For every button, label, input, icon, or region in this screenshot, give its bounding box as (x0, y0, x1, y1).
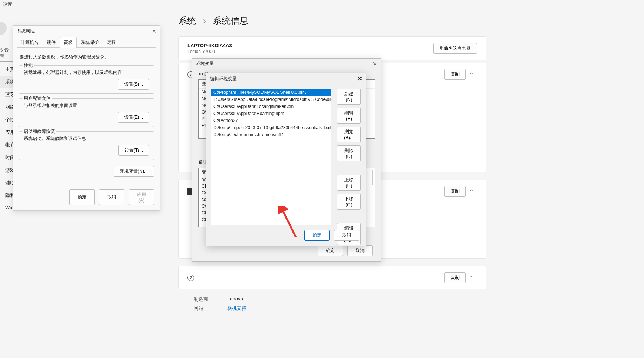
device-card: LAPTOP-4KDIA4A3 Legion Y7000 重命名这台电脑 (178, 36, 486, 60)
tab-computer-name[interactable]: 计算机名 (17, 37, 43, 47)
path-item[interactable]: D:\temp\ai\chromium\chrome-win64 (211, 131, 331, 138)
manufacturer-label: 制造商 (194, 296, 227, 303)
startup-group: 启动和故障恢复 系统启动、系统故障和调试信息 设置(T)... (19, 131, 154, 160)
help-icon: ? (187, 275, 194, 281)
path-list[interactable]: C:\Program Files\MySQL\MySQL Shell 8.0\b… (211, 89, 331, 225)
move-down-button[interactable]: 下移(O) (337, 194, 361, 210)
breadcrumb-sep: › (203, 16, 206, 26)
edit-env-dialog: 编辑环境变量 ✕ C:\Program Files\MySQL\MySQL Sh… (206, 73, 366, 246)
performance-group: 性能 视觉效果，处理器计划，内存使用，以及虚拟内存 设置(S)... (19, 65, 154, 94)
ok-button[interactable]: 确定 (318, 245, 343, 256)
breadcrumb-about: 系统信息 (213, 16, 248, 26)
delete-button[interactable]: 删除(D) (337, 145, 361, 161)
manufacturer-row: 制造商 Lenovo (178, 296, 644, 303)
copy-button[interactable]: 复制 (444, 69, 466, 80)
profile-group: 用户配置文件 与登录帐户相关的桌面设置 设置(E)... (19, 98, 154, 127)
path-item[interactable]: D:\temp\ffmpeg-2023-07-13-git-9a2335444b… (211, 124, 331, 131)
path-item[interactable]: C:\Program Files\MySQL\MySQL Shell 8.0\b… (211, 89, 331, 96)
copy-button-3[interactable]: 复制 (444, 272, 466, 283)
side-buttons: 新建(N) 编辑(E) 浏览(B)... 删除(D) 上移(U) 下移(O) 编… (337, 89, 361, 245)
tab-remote[interactable]: 远程 (103, 37, 120, 47)
app-title: 设置 (3, 1, 12, 8)
scrollbar[interactable] (372, 170, 373, 185)
tab-advanced[interactable]: 高级 (60, 37, 77, 48)
close-icon[interactable]: ✕ (357, 75, 362, 82)
performance-desc: 视觉效果，处理器计划，内存使用，以及虚拟内存 (24, 69, 149, 76)
chevron-up-icon[interactable]: ⌃ (466, 188, 477, 194)
path-item[interactable]: F:\Users\xu\AppData\Local\Programs\Micro… (211, 96, 331, 103)
ok-button[interactable]: 确定 (69, 189, 95, 205)
avatar[interactable] (0, 22, 7, 35)
chevron-up-icon[interactable]: ⌃ (466, 275, 477, 281)
copy-button-2[interactable]: 复制 (444, 186, 466, 197)
new-button[interactable]: 新建(N) (337, 89, 361, 105)
tab-hardware[interactable]: 硬件 (43, 37, 60, 47)
move-up-button[interactable]: 上移(U) (337, 175, 361, 191)
tab-protection[interactable]: 系统保护 (77, 37, 103, 47)
envdlg-title: 环境变量 (196, 60, 214, 67)
admin-note: 要进行大多数更改，你必须作为管理员登录。 (19, 52, 154, 65)
env-variables-button[interactable]: 环境变量(N)... (114, 166, 154, 177)
startup-desc: 系统启动、系统故障和调试信息 (24, 135, 149, 142)
manufacturer-value: Lenovo (227, 296, 243, 303)
close-icon[interactable]: ✕ (152, 28, 156, 34)
system-properties-dialog: 系统属性 ✕ 计算机名 硬件 高级 系统保护 远程 要进行大多数更改，你必须作为… (13, 25, 160, 211)
cancel-button[interactable]: 取消 (99, 189, 124, 205)
breadcrumb: 系统 › 系统信息 (178, 15, 644, 27)
performance-settings-button[interactable]: 设置(S)... (118, 79, 149, 90)
edit-button[interactable]: 编辑(E) (337, 108, 361, 124)
profile-desc: 与登录帐户相关的桌面设置 (24, 102, 149, 109)
breadcrumb-system[interactable]: 系统 (178, 16, 196, 26)
device-name: LAPTOP-4KDIA4A3 (187, 43, 232, 48)
sysprops-tabs: 计算机名 硬件 高级 系统保护 远程 (17, 37, 156, 48)
apply-button[interactable]: 应用(A) (129, 189, 154, 205)
sysprops-title: 系统属性 (17, 28, 35, 34)
website-row: 网站 联机支持 (178, 305, 644, 312)
website-label: 网站 (194, 305, 227, 312)
path-item[interactable]: C:\Users\xu\AppData\Roaming\npm (211, 110, 331, 117)
profile-settings-button[interactable]: 设置(E)... (118, 112, 149, 123)
rename-pc-button[interactable]: 重命名这台电脑 (433, 43, 477, 54)
close-icon[interactable]: ✕ (373, 61, 377, 67)
cancel-button[interactable]: 取消 (334, 230, 359, 241)
browse-button[interactable]: 浏览(B)... (337, 127, 361, 142)
support-card: ? 复制 ⌃ (178, 266, 486, 289)
editenv-title: 编辑环境变量 (210, 76, 237, 82)
path-item[interactable]: C:\Python27 (211, 117, 331, 124)
cancel-button[interactable]: 取消 (347, 245, 373, 256)
profile-label: 用户配置文件 (22, 95, 52, 102)
path-item[interactable]: C:\Users\xu\AppData\Local\gitkraken\bin (211, 103, 331, 110)
chevron-up-icon[interactable]: ⌃ (466, 72, 477, 78)
support-link[interactable]: 联机支持 (227, 305, 246, 312)
startup-settings-button[interactable]: 设置(T)... (118, 145, 149, 156)
performance-label: 性能 (22, 62, 34, 69)
ok-button[interactable]: 确定 (304, 230, 330, 241)
device-model: Legion Y7000 (187, 49, 232, 54)
startup-label: 启动和故障恢复 (22, 128, 56, 135)
